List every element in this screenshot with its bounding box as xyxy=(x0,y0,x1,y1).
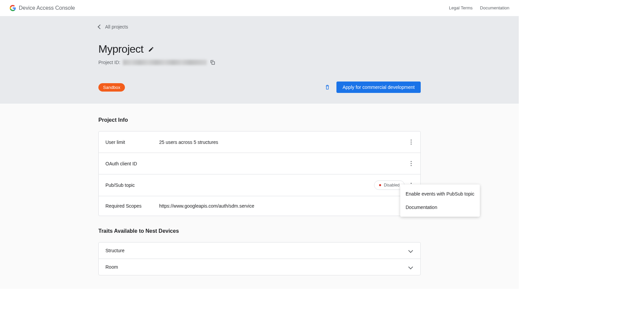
project-id-row: Project ID: xyxy=(98,59,421,65)
sandbox-badge: Sandbox xyxy=(98,83,125,92)
documentation-link[interactable]: Documentation xyxy=(480,5,509,10)
topbar: Device Access Console Legal Terms Docume… xyxy=(0,0,519,16)
traits-title: Traits Available to Nest Devices xyxy=(98,228,421,234)
project-id-value xyxy=(123,60,207,65)
pubsub-label: Pub/Sub topic xyxy=(105,182,159,188)
breadcrumb-label: All projects xyxy=(105,24,128,30)
pubsub-context-menu: Enable events with PubSub topic Document… xyxy=(400,184,480,217)
google-logo-icon xyxy=(9,5,16,11)
status-dot-icon xyxy=(379,184,381,186)
trait-row-structure[interactable]: Structure xyxy=(99,242,420,259)
project-info-table: User limit 25 users across 5 structures … xyxy=(98,131,421,216)
chevron-down-icon xyxy=(408,248,413,253)
menu-item-documentation[interactable]: Documentation xyxy=(400,201,480,214)
scopes-value: https://www.googleapis.com/auth/sdm.serv… xyxy=(159,203,414,209)
pubsub-status-label: Disabled xyxy=(384,183,400,187)
apply-commercial-button[interactable]: Apply for commercial development xyxy=(336,82,421,93)
scopes-label: Required Scopes xyxy=(105,203,159,209)
project-hero: All projects Myproject Project ID: Sandb… xyxy=(0,16,519,104)
chevron-down-icon xyxy=(408,265,413,269)
project-info-title: Project Info xyxy=(98,117,421,123)
edit-icon[interactable] xyxy=(148,46,154,52)
user-limit-label: User limit xyxy=(105,140,159,145)
app-title: Device Access Console xyxy=(19,5,75,11)
svg-rect-0 xyxy=(212,62,215,64)
trait-label: Structure xyxy=(105,248,125,253)
trait-row-room[interactable]: Room xyxy=(99,259,420,275)
user-limit-row: User limit 25 users across 5 structures xyxy=(99,131,420,153)
topbar-left: Device Access Console xyxy=(9,5,75,11)
oauth-label: OAuth client ID xyxy=(105,161,159,166)
delete-icon[interactable] xyxy=(324,84,330,90)
menu-item-enable-events[interactable]: Enable events with PubSub topic xyxy=(400,187,480,201)
topbar-right: Legal Terms Documentation xyxy=(449,5,509,10)
hero-right-actions: Apply for commercial development xyxy=(324,82,421,93)
traits-section: Traits Available to Nest Devices Structu… xyxy=(98,228,421,275)
hero-actions: Sandbox Apply for commercial development xyxy=(98,82,421,93)
scopes-row: Required Scopes https://www.googleapis.c… xyxy=(99,196,420,216)
user-limit-menu-button[interactable] xyxy=(409,138,414,147)
breadcrumb-back[interactable]: All projects xyxy=(98,24,421,30)
oauth-row: OAuth client ID xyxy=(99,153,420,174)
project-id-label: Project ID: xyxy=(98,60,120,65)
user-limit-value: 25 users across 5 structures xyxy=(159,140,409,145)
oauth-menu-button[interactable] xyxy=(409,159,414,168)
pubsub-row: Pub/Sub topic Disabled xyxy=(99,174,420,196)
project-title-row: Myproject xyxy=(98,43,421,55)
chevron-left-icon xyxy=(98,24,102,29)
traits-table: Structure Room xyxy=(98,242,421,275)
legal-terms-link[interactable]: Legal Terms xyxy=(449,5,473,10)
project-title: Myproject xyxy=(98,43,143,55)
copy-icon[interactable] xyxy=(210,59,216,65)
trait-label: Room xyxy=(105,264,118,270)
